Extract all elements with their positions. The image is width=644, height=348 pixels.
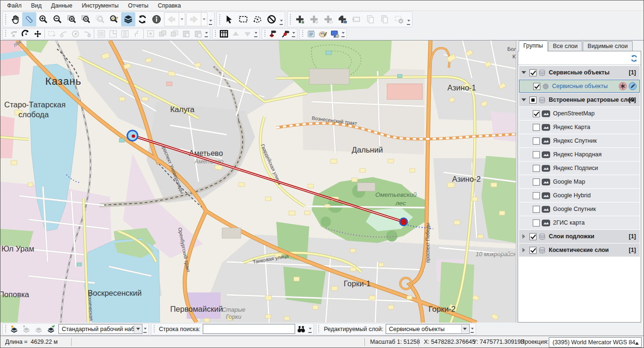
toolbar-grip[interactable] <box>214 30 216 37</box>
info-icon[interactable] <box>149 12 164 26</box>
remove-arc-icon[interactable] <box>81 29 93 40</box>
toolbar-grip[interactable] <box>301 30 304 37</box>
toolbar-grip[interactable] <box>4 30 7 37</box>
tree-group-service-objects[interactable]: Сервисные объекты [1] <box>519 66 640 79</box>
checkbox[interactable] <box>533 83 540 90</box>
refresh-map-icon[interactable] <box>135 12 149 26</box>
add-vertex-icon[interactable] <box>307 12 321 26</box>
tree-layer-yandex-map[interactable]: Яндекс Карта <box>519 121 640 134</box>
add-object-icon[interactable] <box>293 12 307 26</box>
add-by-xy-icon[interactable] <box>335 12 349 26</box>
toolbar-grip[interactable] <box>153 325 155 333</box>
zoom-in-icon[interactable] <box>36 12 50 26</box>
move-to-rect-icon[interactable] <box>349 12 363 26</box>
menu-view[interactable]: Вид <box>26 1 47 10</box>
direction-icon[interactable] <box>69 29 81 40</box>
tree-layer-service-objects[interactable]: Сервисные объекты <box>519 80 640 93</box>
expander-icon[interactable] <box>521 97 526 102</box>
toolbar-overflow-icon[interactable] <box>471 324 475 335</box>
workset-combobox[interactable]: Стандартный рабочий набор <box>58 324 142 334</box>
display-settings-icon[interactable] <box>329 29 340 40</box>
checkbox[interactable] <box>529 233 537 240</box>
insert-vertex-icon[interactable] <box>321 12 335 26</box>
geometry-add-icon[interactable] <box>145 29 157 40</box>
measurement-end-point[interactable] <box>400 218 407 226</box>
tree-group-underlay-layers[interactable]: Слои подложки [1] <box>519 230 640 243</box>
rotate-object-icon[interactable] <box>20 29 32 40</box>
checkbox[interactable] <box>529 97 537 104</box>
toolbar-overflow-icon[interactable] <box>280 12 284 26</box>
toolbar-grip[interactable] <box>4 325 7 333</box>
delete-object-icon[interactable] <box>392 12 406 26</box>
combo-arrow-icon[interactable] <box>134 325 141 333</box>
tree-layer-openstreetmap[interactable]: OpenStreetMap <box>519 107 640 120</box>
select-cursor-icon[interactable] <box>222 12 236 26</box>
topology-start-icon[interactable] <box>267 29 279 40</box>
frame-part-icon[interactable] <box>107 29 119 40</box>
move-down-icon[interactable] <box>241 29 253 40</box>
toolbar-overflow-icon[interactable] <box>205 29 209 39</box>
toolbar-grip[interactable] <box>264 30 266 37</box>
nav-back-icon[interactable] <box>165 12 179 26</box>
undo-geometry-icon[interactable] <box>8 29 20 40</box>
checkbox[interactable] <box>533 110 540 117</box>
attribute-table-icon[interactable] <box>218 29 230 40</box>
checkbox[interactable] <box>529 69 537 76</box>
tree-layer-yandex-satellite[interactable]: Яндекс Спутник <box>519 134 640 147</box>
layer-filter-input[interactable] <box>520 53 626 63</box>
nav-forward-dropdown-icon[interactable] <box>201 13 207 26</box>
select-none-icon[interactable] <box>264 12 279 26</box>
tree-group-cosmetic-layers[interactable]: Косметические слои [1] <box>519 243 640 257</box>
vertex-edit-icon[interactable] <box>619 82 627 90</box>
add-arc-icon[interactable] <box>58 29 69 40</box>
toolbar-grip[interactable] <box>4 14 7 24</box>
pan-hand-icon[interactable] <box>8 12 22 26</box>
edit-layer-combobox[interactable]: Сервисные объекты <box>386 324 470 334</box>
zoom-selection-icon[interactable] <box>93 12 107 26</box>
tree-layer-2gis-map[interactable]: 2ГИС карта <box>519 216 640 229</box>
edit-layer-icon[interactable] <box>628 82 637 90</box>
toolbar-overflow-icon[interactable] <box>209 12 213 26</box>
checkbox[interactable] <box>533 165 540 172</box>
measure-ruler-icon[interactable] <box>22 12 36 26</box>
copy-icon[interactable] <box>363 12 378 26</box>
zoom-out-icon[interactable] <box>50 12 65 26</box>
map-canvas[interactable]: лок Казань Старо-Татарская слобода Калуг… <box>0 40 516 323</box>
move-up-icon[interactable] <box>230 29 241 40</box>
toolbar-overflow-icon[interactable] <box>143 324 148 335</box>
scale-value[interactable]: Масштаб 1: 51258 <box>370 339 420 345</box>
workset-unload-icon[interactable] <box>33 324 45 335</box>
menu-help[interactable]: Справка <box>153 1 186 10</box>
projection-combobox[interactable]: (3395) World Mercator WGS 84 <box>549 337 642 348</box>
nav-forward-icon[interactable] <box>187 12 201 26</box>
tree-group-builtin-rasters[interactable]: Встроенные растровые слои [9] <box>519 93 640 106</box>
tab-all-layers[interactable]: Все слои <box>548 41 583 51</box>
checkbox[interactable] <box>533 151 540 158</box>
paste-icon[interactable] <box>378 12 392 26</box>
nav-back-dropdown-icon[interactable] <box>179 13 185 26</box>
workset-save-icon[interactable] <box>45 324 57 335</box>
layers-visibility-icon[interactable] <box>121 12 135 26</box>
search-binoculars-icon[interactable] <box>295 324 307 335</box>
checkbox[interactable] <box>533 206 540 213</box>
toolbar-overflow-icon[interactable] <box>308 324 313 335</box>
tree-layer-google-satellite[interactable]: Google Спутник <box>519 202 640 216</box>
tree-layer-google-hybrid[interactable]: Google Hybrid <box>519 189 640 202</box>
toolbar-overflow-icon[interactable] <box>341 29 346 39</box>
toolbar-grip[interactable] <box>218 14 221 24</box>
checkbox[interactable] <box>533 178 540 186</box>
checkbox[interactable] <box>533 138 540 145</box>
zoom-window-in-icon[interactable] <box>65 12 79 26</box>
refresh-layers-icon[interactable] <box>629 53 639 63</box>
tab-visible-layers[interactable]: Видимые слои <box>583 41 632 51</box>
checkbox[interactable] <box>529 247 537 254</box>
geometry-union-icon[interactable] <box>157 29 168 40</box>
menu-data[interactable]: Данные <box>46 1 77 10</box>
geometry-subtract-icon[interactable] <box>192 29 204 40</box>
topology-end-icon[interactable] <box>279 29 291 40</box>
menu-reports[interactable]: Отчеты <box>123 1 153 10</box>
toolbar-overflow-icon[interactable] <box>254 29 258 39</box>
checkbox[interactable] <box>533 192 540 199</box>
toolbar-overflow-icon[interactable] <box>407 12 411 26</box>
workset-remove-icon[interactable] <box>20 324 33 335</box>
